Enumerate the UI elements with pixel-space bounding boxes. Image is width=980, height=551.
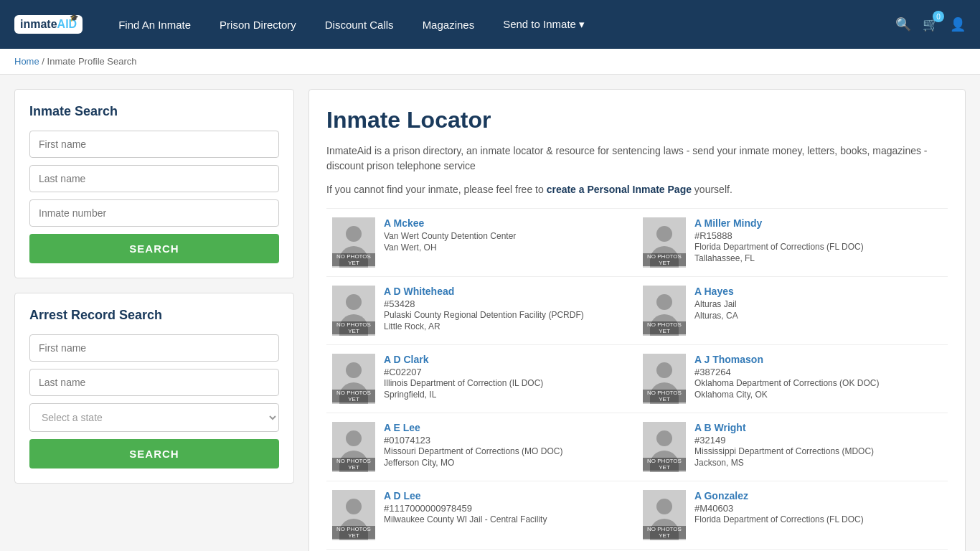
inmate-photo: NO PHOTOS YET — [643, 490, 686, 540]
nav-discount-calls[interactable]: Discount Calls — [311, 0, 408, 49]
search-icon[interactable]: 🔍 — [895, 17, 911, 32]
inmate-list-item[interactable]: NO PHOTOS YET A B Wright #32149 Mississi… — [637, 413, 948, 481]
breadcrumb: Home / Inmate Profile Search — [0, 49, 980, 75]
cart-icon[interactable]: 🛒 0 — [923, 17, 938, 32]
inmate-name: A Mckee — [384, 217, 631, 229]
no-photo-label: NO PHOTOS YET — [643, 526, 686, 539]
page-description: InmateAid is a prison directory, an inma… — [326, 143, 948, 174]
nav-send-to-inmate[interactable]: Send to Inmate ▾ — [489, 0, 599, 49]
inmate-list-item[interactable]: NO PHOTOS YET A E Lee #01074123 Missouri… — [326, 413, 637, 481]
inmate-last-name-input[interactable] — [29, 165, 279, 192]
inmate-info: A Mckee Van Wert County Detention Center… — [384, 217, 631, 253]
arrest-search-title: Arrest Record Search — [29, 308, 279, 323]
inmate-facility: Florida Department of Corrections (FL DO… — [694, 241, 942, 253]
inmate-id: #M40603 — [694, 503, 942, 514]
arrest-last-name-input[interactable] — [29, 369, 279, 396]
inmate-location: Tallahassee, FL — [694, 253, 942, 263]
no-photo-label: NO PHOTOS YET — [332, 253, 375, 266]
breadcrumb-home[interactable]: Home — [14, 56, 39, 67]
inmate-info: A D Lee #1117000000978459 Milwaukee Coun… — [384, 490, 631, 526]
inmate-photo: NO PHOTOS YET — [643, 422, 686, 472]
inmate-facility: Mississippi Department of Corrections (M… — [694, 446, 942, 458]
inmate-info: A B Wright #32149 Mississippi Department… — [694, 422, 942, 468]
inmate-name: A D Whitehead — [384, 286, 631, 297]
main-container: Inmate Search SEARCH Arrest Record Searc… — [0, 75, 980, 551]
logo-inmate-text: inmate — [20, 18, 57, 31]
inmate-location: Alturas, CA — [694, 311, 942, 321]
inmate-facility: Missouri Department of Corrections (MO D… — [384, 446, 631, 458]
user-icon[interactable]: 👤 — [950, 17, 966, 32]
inmate-name: A Hayes — [694, 286, 942, 297]
inmate-list-item[interactable]: NO PHOTOS YET A Miller Mindy #R15888 Flo… — [637, 209, 948, 277]
inmate-name: A Gonzalez — [694, 490, 942, 501]
no-photo-label: NO PHOTOS YET — [332, 390, 375, 402]
nav-magazines[interactable]: Magazines — [408, 0, 489, 49]
inmate-info: A Hayes Alturas Jail Alturas, CA — [694, 286, 942, 321]
page-title: Inmate Locator — [326, 107, 948, 133]
logo-hat-icon: 🎓 — [70, 14, 78, 22]
inmate-list-item[interactable]: NO PHOTOS YET A J Thomason #387264 Oklah… — [637, 345, 948, 413]
inmate-list-item[interactable]: NO PHOTOS YET A Hayes Alturas Jail Altur… — [637, 277, 948, 345]
state-select[interactable]: Select a state Alabama Alaska Arizona Ca… — [29, 403, 279, 432]
nav-find-inmate[interactable]: Find An Inmate — [104, 0, 205, 49]
inmate-list-item[interactable]: NO PHOTOS YET A D Clark #C02207 Illinois… — [326, 345, 637, 413]
create-page-link[interactable]: create a Personal Inmate Page — [547, 184, 692, 195]
inmate-id: #R15888 — [694, 230, 942, 241]
inmate-list-item[interactable]: NO PHOTOS YET A Gonzalez #M40603 Florida… — [637, 481, 948, 550]
inmate-name: A Miller Mindy — [694, 217, 942, 229]
page-sub-description: If you cannot find your inmate, please f… — [326, 184, 948, 195]
inmate-list-item[interactable]: NO PHOTOS YET A Mckee Van Wert County De… — [326, 209, 637, 277]
inmate-photo: NO PHOTOS YET — [332, 217, 375, 268]
no-photo-label: NO PHOTOS YET — [643, 390, 686, 402]
inmate-search-button[interactable]: SEARCH — [29, 234, 279, 263]
inmate-facility: Milwaukee County WI Jail - Central Facil… — [384, 514, 631, 526]
inmate-list-item[interactable]: NO PHOTOS YET A D Whitehead #53428 Pulas… — [326, 277, 637, 345]
inmate-name: A J Thomason — [694, 354, 942, 365]
inmate-info: A Gonzalez #M40603 Florida Department of… — [694, 490, 942, 526]
inmate-search-title: Inmate Search — [29, 104, 279, 119]
inmate-search-box: Inmate Search SEARCH — [14, 89, 294, 278]
inmate-name: A D Clark — [384, 354, 631, 365]
inmate-photo: NO PHOTOS YET — [332, 422, 375, 472]
arrest-first-name-input[interactable] — [29, 334, 279, 362]
sub-desc-after: yourself. — [694, 184, 732, 195]
inmate-id: #01074123 — [384, 435, 631, 446]
inmate-location: Little Rock, AR — [384, 321, 631, 331]
no-photo-label: NO PHOTOS YET — [332, 458, 375, 471]
inmate-list-item[interactable]: NO PHOTOS YET A D Lee #1117000000978459 … — [326, 481, 637, 550]
inmate-facility: Van Wert County Detention Center — [384, 230, 631, 242]
inmate-photo: NO PHOTOS YET — [643, 354, 686, 404]
inmate-photo: NO PHOTOS YET — [332, 490, 375, 540]
breadcrumb-separator: / — [42, 56, 47, 67]
no-photo-label: NO PHOTOS YET — [332, 526, 375, 539]
sub-desc-before: If you cannot find your inmate, please f… — [326, 184, 544, 195]
inmate-location: Springfield, IL — [384, 390, 631, 400]
no-photo-label: NO PHOTOS YET — [643, 321, 686, 334]
inmate-first-name-input[interactable] — [29, 131, 279, 158]
inmate-info: A D Whitehead #53428 Pulaski County Regi… — [384, 286, 631, 331]
cart-badge: 0 — [933, 11, 944, 22]
inmate-photo: NO PHOTOS YET — [332, 354, 375, 404]
inmate-number-input[interactable] — [29, 199, 279, 227]
inmate-location: Jackson, MS — [694, 458, 942, 468]
no-photo-label: NO PHOTOS YET — [332, 321, 375, 334]
inmate-id: #32149 — [694, 435, 942, 446]
arrest-search-box: Arrest Record Search Select a state Alab… — [14, 293, 294, 484]
arrest-search-button[interactable]: SEARCH — [29, 439, 279, 468]
inmate-id: #53428 — [384, 298, 631, 309]
inmate-location: Van Wert, OH — [384, 242, 631, 253]
inmate-facility: Oklahoma Department of Corrections (OK D… — [694, 377, 942, 390]
logo[interactable]: inmate AID 🎓 — [14, 15, 83, 34]
inmate-facility: Illinois Department of Correction (IL DO… — [384, 377, 631, 390]
nav-prison-directory[interactable]: Prison Directory — [205, 0, 311, 49]
no-photo-label: NO PHOTOS YET — [643, 253, 686, 266]
inmate-name: A B Wright — [694, 422, 942, 433]
main-nav: Find An Inmate Prison Directory Discount… — [104, 0, 895, 49]
inmate-facility: Alturas Jail — [694, 298, 942, 311]
inmate-id: #1117000000978459 — [384, 503, 631, 514]
header-icons: 🔍 🛒 0 👤 — [895, 17, 966, 32]
inmate-info: A Miller Mindy #R15888 Florida Departmen… — [694, 217, 942, 263]
content-area: Inmate Locator InmateAid is a prison dir… — [308, 89, 966, 551]
inmate-name: A E Lee — [384, 422, 631, 433]
inmate-id: #387264 — [694, 367, 942, 377]
